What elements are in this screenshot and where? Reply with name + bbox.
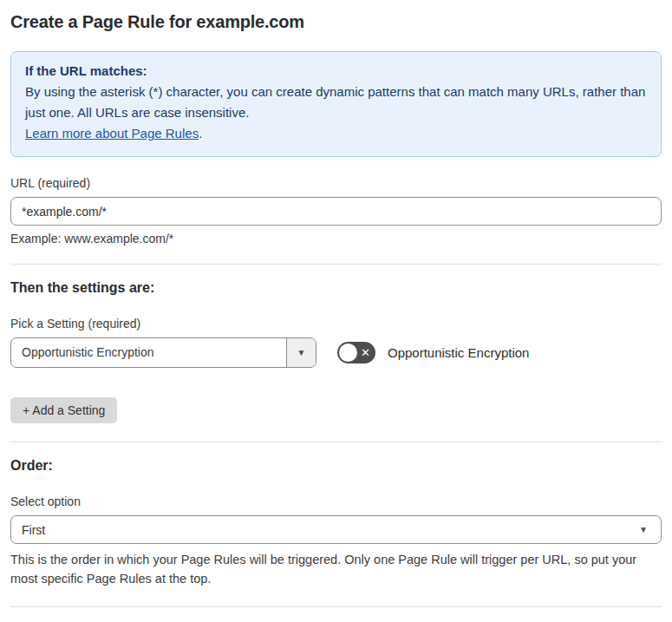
page-rule-form: Create a Page Rule for example.com If th… xyxy=(0,0,672,622)
toggle-group: ✕ Opportunistic Encryption xyxy=(337,342,529,363)
x-icon: ✕ xyxy=(361,347,370,358)
divider xyxy=(10,442,662,442)
info-box-heading: If the URL matches: xyxy=(25,61,647,82)
info-box-body: By using the asterisk (*) character, you… xyxy=(25,82,647,123)
opportunistic-encryption-toggle[interactable]: ✕ xyxy=(337,342,375,363)
url-match-info-box: If the URL matches: By using the asteris… xyxy=(10,51,662,157)
url-input[interactable] xyxy=(10,197,662,226)
caret-down-icon: ▼ xyxy=(639,525,650,534)
pick-setting-label: Pick a Setting (required) xyxy=(10,317,662,331)
url-field-label: URL (required) xyxy=(10,176,662,190)
order-help-text: This is the order in which your Page Rul… xyxy=(10,550,662,588)
setting-picker-dropdown[interactable]: Opportunistic Encryption ▼ xyxy=(10,337,316,368)
toggle-label: Opportunistic Encryption xyxy=(388,345,529,360)
setting-row: Opportunistic Encryption ▼ ✕ Opportunist… xyxy=(10,337,662,368)
divider xyxy=(10,264,662,265)
page-title: Create a Page Rule for example.com xyxy=(10,0,662,32)
settings-section-heading: Then the settings are: xyxy=(10,280,662,296)
caret-down-icon: ▼ xyxy=(297,348,306,357)
link-suffix: . xyxy=(199,126,202,141)
add-setting-button[interactable]: + Add a Setting xyxy=(10,397,117,423)
url-example-text: Example: www.example.com/* xyxy=(10,232,662,246)
toggle-knob xyxy=(339,344,357,362)
order-section-heading: Order: xyxy=(10,458,662,474)
info-box-link-line: Learn more about Page Rules. xyxy=(25,123,647,144)
divider xyxy=(10,606,662,607)
order-select-value: First xyxy=(22,523,45,537)
order-select-label: Select option xyxy=(10,494,662,508)
order-select[interactable]: First ▼ xyxy=(10,515,662,544)
setting-picker-arrow-button[interactable]: ▼ xyxy=(286,338,316,367)
setting-picker-value[interactable]: Opportunistic Encryption xyxy=(11,338,286,367)
learn-more-link[interactable]: Learn more about Page Rules xyxy=(25,126,199,141)
